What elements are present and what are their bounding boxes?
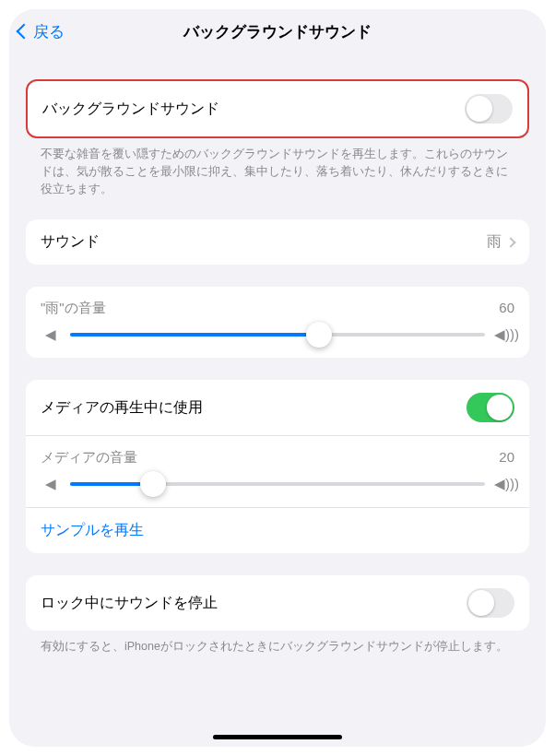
volume-group: "雨"の音量 60 ◀ ◀)))	[26, 287, 529, 358]
stop-on-lock-row[interactable]: ロック中にサウンドを停止	[26, 575, 529, 631]
use-during-media-label: メディアの再生中に使用	[41, 398, 466, 418]
speaker-low-icon: ◀	[41, 326, 61, 343]
back-label: 戻る	[33, 21, 65, 42]
media-group: メディアの再生中に使用 メディアの音量 20 ◀ ◀)))	[26, 380, 529, 553]
chevron-left-icon	[17, 24, 32, 40]
media-volume-value: 20	[499, 449, 514, 467]
play-sample-link: サンプルを再生	[41, 521, 144, 540]
play-sample-row[interactable]: サンプルを再生	[26, 507, 529, 553]
media-volume-row: メディアの音量 20 ◀ ◀)))	[26, 435, 529, 507]
speaker-low-icon: ◀	[41, 476, 61, 492]
stop-on-lock-label: ロック中にサウンドを停止	[41, 594, 466, 613]
settings-screen: 戻る バックグラウンドサウンド バックグラウンドサウンド 不要な雑音を覆い隠すた…	[9, 9, 546, 747]
home-indicator[interactable]	[213, 735, 342, 739]
back-button[interactable]: 戻る	[18, 21, 65, 42]
sound-select-value: 雨	[487, 232, 502, 252]
sound-volume-label: "雨"の音量	[41, 300, 106, 317]
background-sound-toggle-row[interactable]: バックグラウンドサウンド	[28, 81, 527, 136]
use-during-media-row[interactable]: メディアの再生中に使用	[26, 380, 529, 435]
use-during-media-toggle[interactable]	[466, 393, 514, 422]
stop-on-lock-toggle[interactable]	[466, 588, 514, 618]
sound-volume-slider[interactable]	[70, 333, 485, 337]
content-scroll[interactable]: バックグラウンドサウンド 不要な雑音を覆い隠すためのバックグラウンドサウンドを再…	[9, 53, 546, 692]
media-volume-label: メディアの音量	[41, 449, 137, 467]
background-sound-toggle-group: バックグラウンドサウンド	[26, 79, 529, 138]
background-sound-footer: 不要な雑音を覆い隠すためのバックグラウンドサウンドを再生します。これらのサウンド…	[26, 138, 529, 197]
page-title: バックグラウンドサウンド	[9, 21, 546, 42]
sound-select-row[interactable]: サウンド 雨	[26, 219, 529, 265]
background-sound-toggle[interactable]	[465, 94, 513, 124]
background-sound-toggle-label: バックグラウンドサウンド	[42, 100, 465, 119]
speaker-high-icon: ◀)))	[494, 476, 514, 492]
sound-volume-value: 60	[499, 300, 514, 317]
chevron-right-icon	[505, 237, 515, 247]
navigation-bar: 戻る バックグラウンドサウンド	[9, 9, 546, 53]
stop-on-lock-footer: 有効にすると、iPhoneがロックされたときにバックグラウンドサウンドが停止しま…	[26, 631, 529, 656]
media-volume-slider[interactable]	[70, 482, 485, 486]
stop-on-lock-group: ロック中にサウンドを停止	[26, 575, 529, 631]
sound-select-group: サウンド 雨	[26, 219, 529, 265]
speaker-high-icon: ◀)))	[494, 326, 514, 343]
sound-volume-row: "雨"の音量 60 ◀ ◀)))	[26, 287, 529, 358]
sound-select-label: サウンド	[41, 232, 487, 252]
